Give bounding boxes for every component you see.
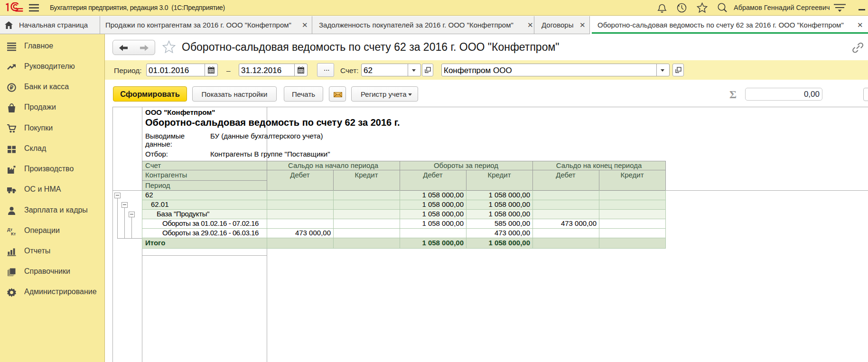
svg-text:₽: ₽: [10, 85, 14, 91]
svg-text:Кт: Кт: [11, 231, 16, 236]
